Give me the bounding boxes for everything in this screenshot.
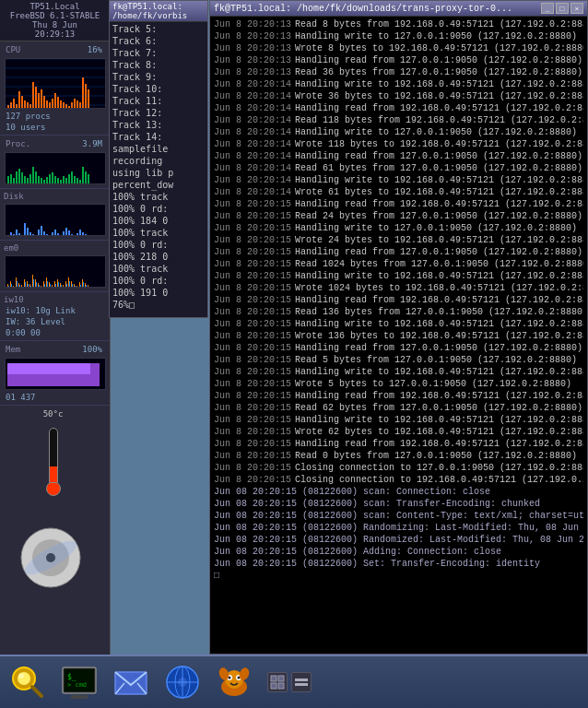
- icon-small-1[interactable]: [267, 672, 288, 692]
- status-line: Jun 08 20:20:15 (08122600) Adding: Conne…: [214, 546, 583, 558]
- log-line: Jun 8 20:20:15Wrote 5 bytes to 127.0.0.1…: [214, 378, 583, 390]
- iw0-label: iw10: [2, 294, 108, 305]
- log-line: Jun 8 20:20:15Read 1024 bytes from 127.0…: [214, 258, 583, 270]
- log-line: Jun 8 20:20:14Handling write to 192.168.…: [214, 174, 583, 186]
- log-line: Jun 8 20:20:13Handling write to 127.0.0.…: [214, 30, 583, 42]
- track-line: 100% track: [112, 227, 205, 239]
- close-button[interactable]: ×: [570, 3, 583, 14]
- taskbar: $_ > cmd: [0, 655, 588, 708]
- track-line: using lib p: [112, 167, 205, 179]
- log-line: Jun 8 20:20:14Wrote 61 bytes to 192.168.…: [214, 186, 583, 198]
- track-line: Track 13:: [112, 119, 205, 131]
- browser-icon[interactable]: [160, 660, 205, 704]
- log-line: Jun 8 20:20:15Wrote 1024 bytes to 192.16…: [214, 282, 583, 294]
- search-icon[interactable]: [6, 660, 50, 704]
- maximize-button[interactable]: □: [556, 3, 569, 14]
- log-line: Jun 8 20:20:15Handling write to 127.0.0.…: [214, 222, 583, 234]
- track-line: 76%□: [112, 299, 205, 311]
- svg-text:> cmd: > cmd: [67, 681, 87, 689]
- iw0-time: 0:00 00: [2, 327, 108, 338]
- taskbar-extra: [267, 672, 312, 692]
- media-icon[interactable]: [14, 521, 88, 595]
- log-line: Jun 8 20:20:15Handling read from 127.0.0…: [214, 246, 583, 258]
- track-line: Track 10:: [112, 83, 205, 95]
- track-line: 100% 0 rd:: [112, 275, 205, 287]
- minimize-button[interactable]: _: [541, 3, 554, 14]
- mem-val: 01 437: [2, 392, 108, 403]
- track-line: Track 8:: [112, 59, 205, 71]
- track-line: Track 11:: [112, 95, 205, 107]
- track-line: 100% track: [112, 263, 205, 275]
- proc-section: Proc. 3.9M: [0, 136, 110, 189]
- log-line: Jun 8 20:20:15Read 0 bytes from 127.0.0.…: [214, 450, 583, 462]
- log-line: Jun 8 20:20:15Closing connection to 192.…: [214, 474, 583, 486]
- svg-point-20: [178, 678, 187, 687]
- cpu-label: CPU: [4, 44, 22, 55]
- system-os: FreeBSD 6.1-STABLE: [3, 11, 107, 20]
- track-titlebar: fk@TP51.local: /home/fk/vorbis: [110, 1, 207, 22]
- disk-label: Disk: [2, 191, 108, 202]
- cpu-section: CPU 16% 127 procs 10 users: [0, 41, 110, 136]
- log-line: Jun 8 20:20:15Handling read from 192.168…: [214, 438, 583, 450]
- log-line: Jun 8 20:20:14Read 118 bytes from 192.16…: [214, 114, 583, 126]
- cpu-procs: 127 procs: [2, 111, 108, 122]
- status-line: Jun 08 20:20:15 (08122600) scan: Content…: [214, 510, 583, 522]
- desktop: TP51.Local FreeBSD 6.1-STABLE Thu 8 Jun …: [0, 0, 588, 708]
- track-line: Track 12:: [112, 107, 205, 119]
- track-content: Track 5:Track 6:Track 7:Track 8:Track 9:…: [110, 22, 207, 312]
- svg-rect-32: [278, 683, 284, 689]
- mascot-icon[interactable]: [212, 660, 256, 704]
- status-line: □: [214, 570, 583, 582]
- log-line: Jun 8 20:20:14Handling read from 192.168…: [214, 102, 583, 114]
- track-line: Track 9:: [112, 71, 205, 83]
- log-line: Jun 8 20:20:13Read 8 bytes from 192.168.…: [214, 18, 583, 30]
- track-line: 100% 191 0: [112, 287, 205, 299]
- status-line: Jun 08 20:20:15 (08122600) scan: Transfe…: [214, 498, 583, 510]
- log-line: Jun 8 20:20:15Handling read from 192.168…: [214, 294, 583, 306]
- status-line: Jun 08 20:20:15 (08122600) Randomized: L…: [214, 534, 583, 546]
- track-line: Track 6:: [112, 35, 205, 47]
- log-line: Jun 8 20:20:13Wrote 8 bytes to 192.168.0…: [214, 42, 583, 54]
- log-line: Jun 8 20:20:13Handling read from 127.0.0…: [214, 54, 583, 66]
- log-line: Jun 8 20:20:15Handling write to 192.168.…: [214, 270, 583, 282]
- log-line: Jun 8 20:20:15Handling write to 192.168.…: [214, 366, 583, 378]
- mem-percent: 100%: [78, 344, 106, 355]
- svg-rect-31: [271, 683, 276, 689]
- track-line: Track 5:: [112, 23, 205, 35]
- system-name: TP51.Local: [3, 2, 107, 11]
- proc-val: 3.9M: [78, 138, 106, 149]
- mem-graph: [5, 358, 106, 390]
- log-content: Jun 8 20:20:13Read 8 bytes from 192.168.…: [210, 17, 587, 654]
- track-window: fk@TP51.local: /home/fk/vorbis Track 5:T…: [109, 0, 208, 318]
- proc-label: Proc.: [4, 138, 32, 149]
- em0-label: em0: [2, 242, 108, 254]
- svg-text:$_: $_: [67, 673, 76, 681]
- svg-rect-30: [278, 676, 284, 681]
- track-line: percent_dow: [112, 179, 205, 191]
- log-line: Jun 8 20:20:15Handling read from 192.168…: [214, 390, 583, 402]
- log-line: Jun 8 20:20:15Handling read from 127.0.0…: [214, 342, 583, 354]
- iw0-section: iw10 iw10: 10g Link IW: 36 Level 0:00 00: [0, 292, 110, 341]
- track-line: 100% track: [112, 191, 205, 203]
- status-line: Jun 08 20:20:15 (08122600) Set: Transfer…: [214, 558, 583, 570]
- system-time: 20:29:13: [3, 30, 107, 39]
- track-line: 100% 218 0: [112, 251, 205, 263]
- log-line: Jun 8 20:20:15Closing connection to 127.…: [214, 462, 583, 474]
- email-icon[interactable]: [109, 660, 153, 704]
- log-line: Jun 8 20:20:15Read 136 bytes from 127.0.…: [214, 306, 583, 318]
- track-line: Track 14:: [112, 131, 205, 143]
- mem-section: Mem 100% 01 437: [0, 341, 110, 406]
- log-line: Jun 8 20:20:15Handling write to 192.168.…: [214, 318, 583, 330]
- mem-label: Mem: [4, 344, 22, 355]
- log-line: Jun 8 20:20:15Handling read from 192.168…: [214, 198, 583, 210]
- iw0-level: IW: 36 Level: [2, 316, 108, 327]
- log-line: Jun 8 20:20:15Read 62 bytes from 127.0.0…: [214, 402, 583, 414]
- svg-rect-33: [295, 678, 308, 681]
- svg-rect-12: [71, 695, 88, 699]
- icon-small-2[interactable]: [291, 672, 312, 692]
- track-title: fk@TP51.local: /home/fk/vorbis: [112, 2, 187, 20]
- track-line: Track 7:: [112, 47, 205, 59]
- log-line: Jun 8 20:20:15Wrote 136 bytes to 192.168…: [214, 330, 583, 342]
- terminal-icon[interactable]: $_ > cmd: [57, 660, 101, 704]
- log-line: Jun 8 20:20:14Handling write to 127.0.0.…: [214, 126, 583, 138]
